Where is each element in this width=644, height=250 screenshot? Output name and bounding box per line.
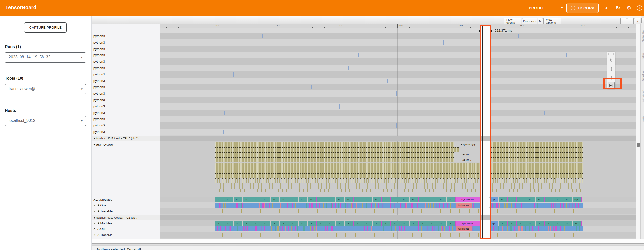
xla-module-block[interactable]: S... — [428, 220, 437, 226]
xla-module-block[interactable]: S... — [280, 220, 289, 226]
xla-module-block[interactable]: S... — [564, 220, 572, 226]
side-panel-tab-input-latency[interactable]: Input Latency — [642, 90, 644, 102]
xla-module-block[interactable]: S... — [391, 197, 400, 202]
xla-module-block[interactable]: S... — [526, 197, 535, 202]
toolbar-button-processes[interactable]: Processes — [522, 18, 537, 24]
brightness-icon[interactable]: ◐ — [603, 4, 610, 12]
pan-tool[interactable] — [608, 65, 614, 73]
xla-module-block[interactable]: S... — [270, 197, 280, 202]
xla-module-block[interactable]: S... — [243, 220, 252, 226]
xla-module-block[interactable]: S... — [363, 220, 372, 226]
profile-dashboard-select[interactable]: PROFILE ▾ — [528, 4, 564, 12]
xla-module-block[interactable]: S... — [400, 220, 409, 226]
xla-ops-fusion-block[interactable]: fusion.311 — [456, 226, 472, 231]
side-panel-tab-file-size-stats[interactable]: File Size Stats — [642, 30, 644, 42]
xla-module-block[interactable]: S... — [545, 197, 554, 202]
xla-module-block[interactable]: S... — [354, 220, 363, 226]
xla-module-syn-block[interactable]: Syn... — [491, 197, 498, 202]
selection-tool[interactable] — [608, 56, 614, 64]
xla-module-block[interactable]: S... — [554, 197, 563, 202]
back-arrow-button[interactable]: ← — [620, 18, 627, 24]
xla-module-block[interactable]: S... — [224, 220, 233, 226]
xla-module-block[interactable]: S... — [363, 197, 372, 202]
xla-module-block[interactable]: S... — [419, 220, 428, 226]
xla-module-block[interactable]: S... — [508, 197, 517, 202]
hosts-select[interactable]: localhost_9012 ▾ — [5, 116, 86, 126]
side-panel-tab-alerts[interactable]: Alerts — [642, 116, 644, 121]
xla-module-block[interactable]: S... — [234, 197, 242, 202]
xla-module-block[interactable]: S... — [545, 220, 554, 226]
xla-module-block[interactable]: S... — [391, 220, 400, 226]
xla-module-block[interactable]: S... — [289, 220, 298, 226]
xla-ops-fusion-block[interactable]: fusion.311 — [456, 203, 472, 208]
device-header-row[interactable]: ▾ localhost_9012 /device:TPU:1 (pid 7)x — [92, 215, 636, 220]
device-header-row[interactable]: ▾ localhost_9012 /device:TPU:0 (pid 2)x — [92, 136, 636, 141]
xla-module-block[interactable]: S... — [564, 197, 572, 202]
tb-corp-button[interactable]: i TB.CORP — [566, 3, 598, 13]
xla-module-block[interactable]: S... — [554, 220, 563, 226]
xla-module-block[interactable]: S... — [428, 197, 437, 202]
xla-module-block[interactable]: S... — [382, 220, 391, 226]
chevrons-button[interactable]: » — [634, 18, 640, 24]
xla-module-block[interactable]: S... — [499, 220, 508, 226]
xla-module-block[interactable]: S... — [517, 197, 526, 202]
toolbar-button-flow-events[interactable]: Flow events — [504, 18, 521, 24]
xla-module-block[interactable]: S... — [224, 197, 233, 202]
xla-module-block[interactable]: S... — [526, 220, 535, 226]
xla-module-block[interactable]: S... — [270, 220, 280, 226]
xla-module-block[interactable]: Syn... — [573, 220, 582, 226]
timeline-ruler[interactable]: 0 s5 s10 s15 s20 s25 s30 s — [160, 24, 636, 29]
xla-module-block[interactable]: S... — [308, 197, 316, 202]
toolbar-button-m[interactable]: M — [538, 18, 543, 24]
xla-module-block[interactable]: S... — [499, 197, 508, 202]
side-panel-toggle-button[interactable] — [641, 18, 644, 23]
xla-module-block[interactable]: S... — [336, 197, 344, 202]
xla-module-block[interactable]: S... — [215, 220, 224, 226]
toolbar-button-view-options[interactable]: View Options — [544, 18, 562, 24]
xla-module-block[interactable]: S... — [215, 197, 224, 202]
xla-module-sync-block[interactable]: SyncTensor... — [456, 220, 481, 226]
xla-module-block[interactable]: S... — [262, 197, 270, 202]
xla-ops-bar[interactable] — [215, 226, 583, 231]
xla-module-block[interactable]: S... — [326, 220, 335, 226]
xla-module-block[interactable]: S... — [298, 220, 308, 226]
xla-module-sync-block[interactable]: SyncTensor... — [456, 197, 481, 202]
xla-module-block[interactable]: S... — [438, 220, 446, 226]
settings-icon[interactable]: ⚙ — [625, 4, 633, 12]
xla-module-block[interactable]: S... — [336, 220, 344, 226]
xla-module-block[interactable]: S... — [536, 220, 545, 226]
xla-module-block[interactable]: S... — [354, 197, 363, 202]
xla-module-block[interactable]: S... — [447, 197, 456, 202]
runs-select[interactable]: 2023_08_14_19_58_32 ▾ — [5, 52, 86, 63]
xla-module-block[interactable]: S... — [308, 220, 316, 226]
xla-module-block[interactable]: S... — [410, 220, 418, 226]
analysis-splitter[interactable] — [92, 243, 644, 246]
xla-module-block[interactable]: S... — [289, 197, 298, 202]
forward-arrow-button[interactable]: → — [627, 18, 634, 24]
xla-module-block[interactable]: S... — [252, 220, 261, 226]
xla-module-syn-block[interactable]: Syn... — [491, 220, 498, 226]
xla-module-block[interactable]: S... — [447, 220, 456, 226]
xla-module-block[interactable]: S... — [438, 197, 446, 202]
refresh-icon[interactable]: ↻ — [614, 4, 622, 12]
xla-module-block[interactable]: S... — [419, 197, 428, 202]
xla-module-block[interactable]: Syn... — [573, 197, 582, 202]
xla-module-block[interactable]: S... — [345, 220, 354, 226]
xla-module-block[interactable]: S... — [252, 197, 261, 202]
xla-module-block[interactable]: S... — [234, 220, 242, 226]
help-icon[interactable]: ? — [636, 4, 643, 12]
scrollbar-thumb[interactable] — [637, 143, 640, 147]
xla-module-block[interactable]: S... — [382, 197, 391, 202]
xla-module-block[interactable]: S... — [326, 197, 335, 202]
tools-select[interactable]: trace_viewer@ ▾ — [5, 84, 86, 94]
xla-module-block[interactable]: S... — [536, 197, 545, 202]
side-panel-tab-frame-data[interactable]: Frame Data — [642, 71, 644, 81]
xla-module-block[interactable]: S... — [373, 197, 382, 202]
xla-module-block[interactable]: S... — [280, 197, 289, 202]
xla-module-block[interactable]: S... — [243, 197, 252, 202]
xla-module-block[interactable]: S... — [298, 197, 308, 202]
xla-module-block[interactable]: S... — [400, 197, 409, 202]
vertical-scrollbar[interactable] — [636, 24, 640, 239]
palette-drag-handle[interactable] — [608, 53, 614, 55]
capture-profile-button[interactable]: CAPTURE PROFILE — [24, 22, 67, 33]
